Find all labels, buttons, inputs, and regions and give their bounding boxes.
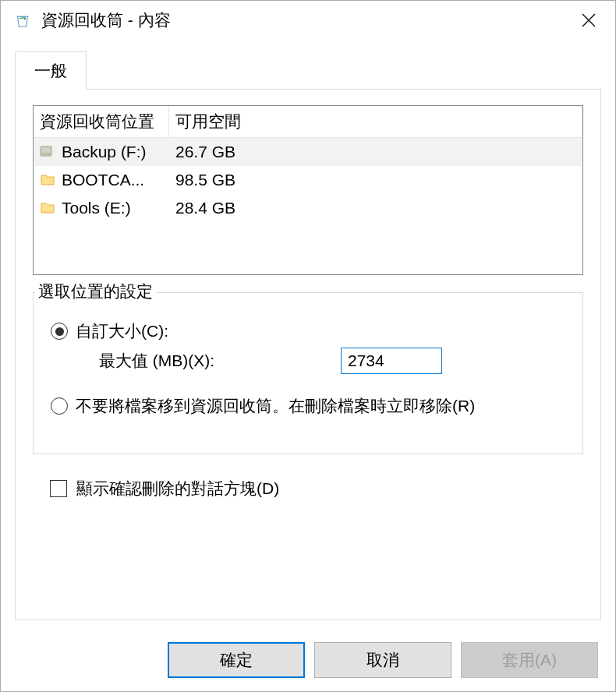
listview-header: 資源回收筒位置 可用空間 (34, 106, 582, 138)
table-row[interactable]: BOOTCA... 98.5 GB (34, 166, 582, 194)
folder-icon (40, 171, 57, 189)
svg-rect-3 (41, 153, 51, 156)
row-space: 98.5 GB (171, 171, 235, 189)
col-header-location[interactable]: 資源回收筒位置 (34, 106, 169, 137)
row-name: Tools (E:) (62, 199, 171, 217)
settings-groupbox: 選取位置的設定 自訂大小(C): 最大值 (MB)(X): 不要將檔案移到資源回… (33, 292, 583, 454)
confirm-delete-row: 顯示確認刪除的對話方塊(D) (50, 478, 583, 500)
drive-icon (40, 143, 57, 161)
col-header-space[interactable]: 可用空間 (169, 106, 582, 137)
max-size-row: 最大值 (MB)(X): (99, 348, 572, 374)
radio-custom-size-label: 自訂大小(C): (76, 320, 168, 343)
radio-remove-immediately-row: 不要將檔案移到資源回收筒。在刪除檔案時立即移除(R) (51, 394, 572, 418)
tab-strip: 一般 (15, 51, 601, 89)
folder-icon (40, 199, 57, 217)
max-size-label: 最大值 (MB)(X): (99, 350, 341, 372)
groupbox-title: 選取位置的設定 (35, 281, 156, 302)
radio-remove-immediately[interactable] (51, 397, 68, 415)
location-listview[interactable]: 資源回收筒位置 可用空間 Backup (F:) 26.7 GB BOOTCA.… (33, 105, 583, 275)
tab-general[interactable]: 一般 (15, 51, 87, 90)
row-name: BOOTCA... (62, 171, 171, 189)
table-row[interactable]: Tools (E:) 28.4 GB (34, 194, 582, 222)
button-bar: 確定 取消 套用(A) (1, 629, 615, 691)
recycle-bin-icon (13, 11, 32, 30)
close-icon (582, 13, 596, 27)
radio-custom-size-row: 自訂大小(C): (51, 320, 572, 343)
close-button[interactable] (570, 5, 607, 36)
cancel-button[interactable]: 取消 (314, 642, 451, 678)
ok-button[interactable]: 確定 (168, 642, 305, 678)
row-space: 26.7 GB (171, 143, 235, 161)
radio-remove-immediately-label: 不要將檔案移到資源回收筒。在刪除檔案時立即移除(R) (76, 394, 475, 418)
table-row[interactable]: Backup (F:) 26.7 GB (34, 138, 582, 166)
confirm-delete-label: 顯示確認刪除的對話方塊(D) (76, 478, 279, 500)
properties-window: 資源回收筒 - 內容 一般 資源回收筒位置 可用空間 Ba (0, 0, 616, 692)
radio-custom-size[interactable] (51, 323, 68, 340)
max-size-input[interactable] (341, 348, 442, 374)
window-title: 資源回收筒 - 內容 (41, 9, 570, 31)
tab-panel-general: 資源回收筒位置 可用空間 Backup (F:) 26.7 GB BOOTCA.… (15, 89, 601, 620)
row-space: 28.4 GB (171, 199, 235, 217)
row-name: Backup (F:) (62, 143, 171, 161)
titlebar: 資源回收筒 - 內容 (1, 1, 615, 40)
content-area: 一般 資源回收筒位置 可用空間 Backup (F:) 26.7 GB (1, 40, 615, 629)
confirm-delete-checkbox[interactable] (50, 480, 67, 497)
apply-button: 套用(A) (461, 642, 598, 678)
